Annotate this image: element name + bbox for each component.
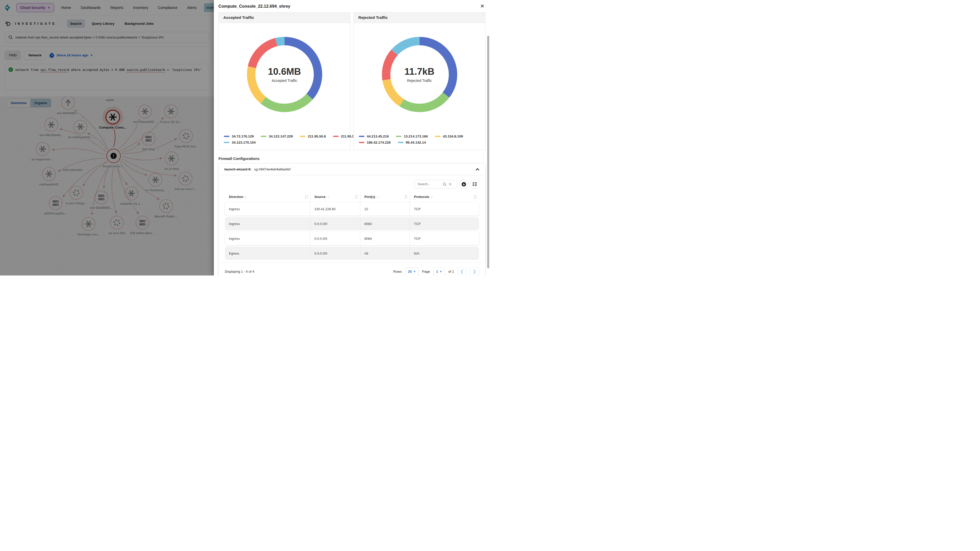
column-header-ports[interactable]: Port(s)↓↑ bbox=[360, 191, 410, 202]
column-header-direction[interactable]: Direction↓ bbox=[225, 191, 310, 202]
detail-panel: Compute_Console_22.12.694_shrey ✕ Accept… bbox=[214, 0, 490, 275]
legend-item[interactable]: 34.123.170.104 bbox=[224, 141, 256, 144]
column-header-protocols[interactable]: Protocols↓↑ bbox=[410, 191, 479, 202]
legend-item[interactable]: 34.72.176.129 bbox=[224, 135, 254, 138]
legend-swatch bbox=[333, 136, 339, 137]
sort-icon: ↓↑ bbox=[377, 195, 379, 198]
security-group-name: launch-wizard-6: bbox=[224, 167, 251, 171]
page-value: 1 bbox=[436, 270, 438, 273]
legend-label: 13.214.173.166 bbox=[404, 135, 428, 138]
table-footer: Displaying 1 - 4 of 4 Rows 25 ▼ Page 1 ▼… bbox=[219, 262, 485, 275]
table-cell: N/A bbox=[410, 247, 479, 260]
legend-label: 34.123.170.104 bbox=[232, 141, 256, 144]
sort-icon: ↓↑ bbox=[431, 195, 433, 198]
legend-label: 34.72.176.129 bbox=[232, 135, 254, 138]
panel-scrollbar[interactable] bbox=[487, 36, 489, 268]
sort-desc-icon: ↓ bbox=[245, 195, 247, 199]
table-cell: 8084 bbox=[360, 232, 410, 245]
page-of-total: of 1 bbox=[448, 270, 454, 273]
table-search-input[interactable] bbox=[417, 183, 441, 186]
table-cell: 22 bbox=[360, 202, 410, 216]
table-cell: TCP bbox=[410, 217, 479, 230]
legend-swatch bbox=[398, 142, 404, 143]
legend-swatch bbox=[224, 136, 229, 137]
accepted-traffic-title: Accepted Traffic bbox=[219, 13, 350, 23]
legend-label: 43.154.8.109 bbox=[443, 135, 463, 138]
table-row[interactable]: Ingress0.0.0.0/08084TCP bbox=[225, 232, 479, 245]
legend-label: 96.44.142.14 bbox=[406, 141, 426, 144]
legend-item[interactable]: 44.213.45.216 bbox=[359, 135, 389, 138]
legend-item[interactable]: 13.214.173.166 bbox=[396, 135, 428, 138]
table-row[interactable]: Ingress0.0.0.0/08083TCP bbox=[225, 217, 479, 230]
rows-per-page-value: 25 bbox=[408, 270, 412, 273]
legend-item[interactable]: 211.95.50.8 bbox=[300, 135, 326, 138]
rejected-traffic-donut[interactable]: 11.7kB Rejected Traffic bbox=[380, 35, 459, 114]
traffic-charts: Accepted Traffic 10.6MB Accepted Traffic… bbox=[218, 12, 485, 150]
column-drag-handle[interactable] bbox=[405, 195, 407, 198]
table-cell: Ingress bbox=[225, 202, 310, 216]
page-select[interactable]: 1 ▼ bbox=[433, 267, 445, 276]
column-settings-button[interactable] bbox=[470, 180, 479, 189]
page-label: Page bbox=[422, 270, 430, 273]
legend-item[interactable]: 186.42.174.226 bbox=[359, 141, 391, 144]
chevron-up-icon bbox=[476, 168, 479, 171]
rows-label: Rows bbox=[393, 270, 402, 273]
legend-swatch bbox=[300, 136, 305, 137]
accordion-header[interactable]: launch-wizard-6: sg-0947ae4eb4a8aafa0 bbox=[219, 164, 485, 175]
column-drag-handle[interactable] bbox=[474, 195, 476, 198]
table-header-row: Direction↓Source↓↑Port(s)↓↑Protocols↓↑ bbox=[225, 191, 479, 202]
legend-label: 44.213.45.216 bbox=[367, 135, 389, 138]
legend-item[interactable]: 96.44.142.14 bbox=[398, 141, 426, 144]
legend-item[interactable]: 43.154.8.109 bbox=[435, 135, 463, 138]
legend-swatch bbox=[359, 136, 364, 137]
legend-label: 34.122.147.229 bbox=[269, 135, 293, 138]
modal-overlay[interactable] bbox=[0, 0, 214, 275]
table-cell: Ingress bbox=[225, 232, 310, 245]
table-cell: 0.0.0.0/0 bbox=[310, 217, 360, 230]
sort-icon: ↓↑ bbox=[327, 195, 329, 198]
chevron-down-icon: ▼ bbox=[414, 270, 416, 273]
app-root: Cloud Security ▼ Home Dashboards Reports… bbox=[0, 0, 490, 275]
close-icon[interactable]: ✕ bbox=[480, 3, 484, 9]
table-cell: 0.0.0.0/0 bbox=[310, 247, 360, 260]
firewall-config-heading: Firewall Configurations bbox=[218, 157, 485, 161]
column-drag-handle[interactable] bbox=[355, 195, 358, 198]
table-row[interactable]: Ingress130.41.226.6022TCP bbox=[225, 202, 479, 216]
accepted-traffic-donut[interactable]: 10.6MB Accepted Traffic bbox=[245, 35, 324, 114]
clear-search-icon[interactable] bbox=[449, 183, 452, 186]
table-cell: All bbox=[360, 247, 410, 260]
legend-swatch bbox=[435, 136, 441, 137]
legend-label: 186.42.174.226 bbox=[367, 141, 391, 144]
table-cell: TCP bbox=[410, 202, 479, 216]
rows-per-page-select[interactable]: 25 ▼ bbox=[405, 267, 419, 276]
download-icon bbox=[461, 182, 466, 187]
table-cell: 130.41.226.60 bbox=[310, 202, 360, 216]
search-icon[interactable] bbox=[443, 183, 447, 186]
column-drag-handle[interactable] bbox=[305, 195, 307, 198]
rejected-legend: 44.213.45.21613.214.173.16643.154.8.1091… bbox=[359, 132, 482, 147]
firewall-table: Direction↓Source↓↑Port(s)↓↑Protocols↓↑ I… bbox=[219, 189, 485, 260]
legend-swatch bbox=[261, 136, 266, 137]
legend-swatch bbox=[396, 136, 401, 137]
main-content: Cloud Security ▼ Home Dashboards Reports… bbox=[0, 0, 214, 275]
legend-item[interactable]: 34.122.147.229 bbox=[261, 135, 293, 138]
panel-title: Compute_Console_22.12.694_shrey bbox=[218, 4, 290, 9]
legend-swatch bbox=[224, 142, 229, 143]
chevron-down-icon: ▼ bbox=[440, 270, 442, 273]
security-group-accordion: launch-wizard-6: sg-0947ae4eb4a8aafa0 bbox=[218, 163, 485, 275]
table-cell: 8083 bbox=[360, 217, 410, 230]
table-cell: 0.0.0.0/0 bbox=[310, 232, 360, 245]
next-page-button[interactable]: ❯ bbox=[470, 267, 479, 275]
column-header-source[interactable]: Source↓↑ bbox=[310, 191, 360, 202]
prev-page-button[interactable]: ❮ bbox=[457, 267, 466, 275]
accepted-legend: 34.72.176.12934.122.147.229211.95.50.821… bbox=[224, 132, 347, 147]
table-body: Ingress130.41.226.6022TCPIngress0.0.0.0/… bbox=[225, 202, 479, 260]
download-button[interactable] bbox=[460, 180, 468, 189]
table-row[interactable]: Egress0.0.0.0/0AllN/A bbox=[225, 247, 479, 260]
legend-label: 211.95.50.8 bbox=[308, 135, 326, 138]
table-cell: TCP bbox=[410, 232, 479, 245]
rejected-traffic-card: Rejected Traffic 11.7kB Rejected Traffic… bbox=[353, 12, 485, 150]
accepted-traffic-card: Accepted Traffic 10.6MB Accepted Traffic… bbox=[218, 12, 350, 150]
table-search bbox=[414, 180, 457, 189]
table-cell: Egress bbox=[225, 247, 310, 260]
